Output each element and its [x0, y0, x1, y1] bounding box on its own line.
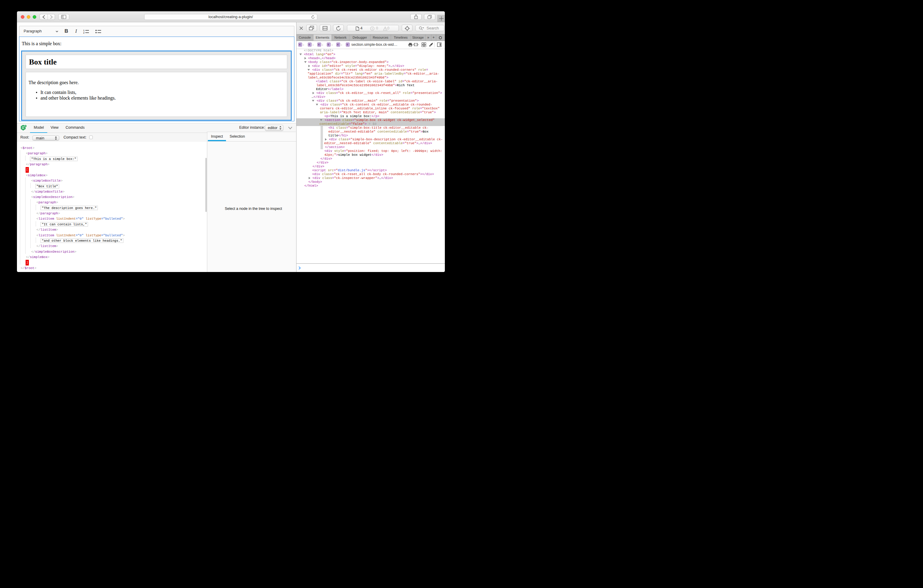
svg-text:5: 5 — [25, 125, 26, 127]
svg-text:2: 2 — [83, 32, 84, 34]
svg-text:1: 1 — [83, 30, 84, 31]
